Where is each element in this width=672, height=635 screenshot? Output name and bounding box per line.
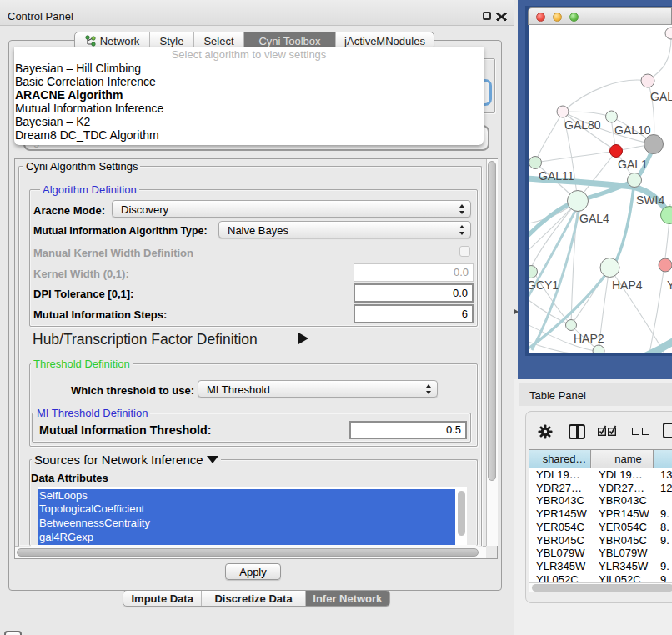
svg-text:HAP4: HAP4	[612, 278, 643, 292]
svg-text:SWI4: SWI4	[636, 193, 664, 207]
svg-text:GAL11: GAL11	[539, 169, 574, 182]
svg-text:GAL4: GAL4	[579, 212, 609, 225]
svg-text:GAL1: GAL1	[618, 158, 648, 171]
svg-text:HAP2: HAP2	[574, 332, 604, 345]
svg-text:GAL10: GAL10	[614, 123, 651, 137]
svg-text:GAL80: GAL80	[564, 118, 601, 132]
svg-text:GCY1: GCY1	[529, 278, 559, 292]
svg-text:GAL7: GAL7	[650, 90, 672, 103]
svg-text:Y: Y	[667, 278, 672, 292]
